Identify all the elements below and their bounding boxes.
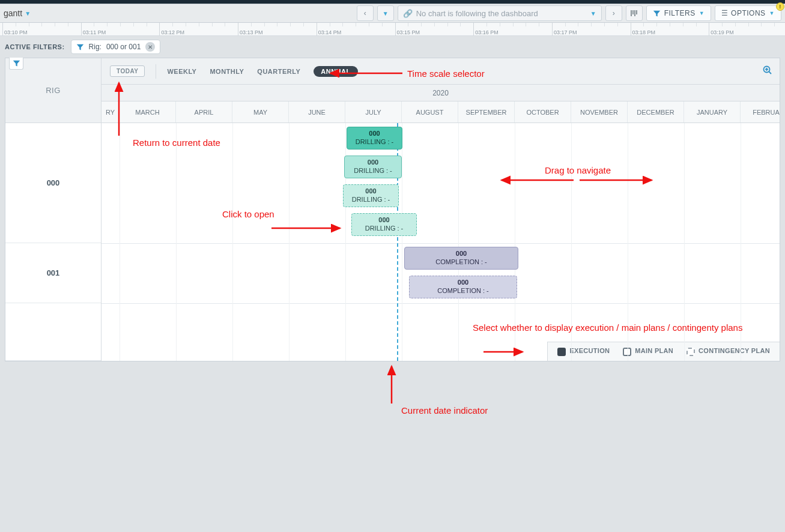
month-col: MARCH (120, 101, 176, 122)
ruler-tick: 03:11 PM (81, 23, 106, 35)
timescale-option-annual[interactable]: ANNUAL (314, 66, 357, 77)
filter-chip[interactable]: Rig: 000 or 001 ✕ (71, 40, 161, 54)
month-col: SEPTEMBER (458, 101, 515, 122)
ruler-tick: 03:10 PM (2, 23, 28, 35)
nav-next-button[interactable]: › (605, 5, 622, 21)
ruler-tick: 03:12 PM (159, 23, 184, 35)
gantt-chart-area[interactable]: TODAY WEEKLYMONTHLYQUARTERLYANNUAL 2020 … (102, 58, 780, 361)
filter-icon (653, 10, 661, 17)
month-col: JUNE (289, 101, 345, 122)
caret-down-icon: ▼ (699, 10, 705, 16)
menu-icon: ☰ (721, 9, 727, 17)
gantt-task[interactable]: 000COMPLETION : - (404, 247, 518, 270)
gantt-container: RIG 000 001 TODAY WEEKLYMONTHLYQUARTERLY… (5, 58, 780, 361)
year-header: 2020 (102, 85, 780, 101)
gantt-body[interactable]: EXECUTION MAIN PLAN CONTINGENCY PLAN 000… (102, 123, 780, 361)
month-col: NOVEMBER (571, 101, 628, 122)
ruler-tick: 03:13 PM (238, 23, 263, 35)
month-col: RY (102, 101, 120, 122)
legend-execution[interactable]: EXECUTION (557, 347, 610, 355)
gantt-task[interactable]: 000COMPLETION : - (409, 276, 517, 298)
caret-down-icon: ▼ (25, 10, 31, 17)
rig-row-label: 001 (5, 243, 101, 303)
zoom-in-icon[interactable] (763, 65, 772, 77)
barcode-icon (630, 9, 638, 17)
legend-contingency-plan[interactable]: CONTINGENCY PLAN (686, 347, 770, 355)
side-column-title: RIG (46, 86, 61, 95)
filter-icon (76, 43, 84, 51)
filter-chip-prefix: Rig: (89, 43, 102, 51)
gantt-task[interactable]: 000DRILLING : - (343, 184, 399, 207)
ruler-tick: 03:18 PM (631, 23, 656, 35)
today-button[interactable]: TODAY (110, 65, 145, 77)
month-col: JULY (345, 101, 402, 122)
timescale-option-weekly[interactable]: WEEKLY (167, 68, 196, 75)
columns-icon-button[interactable] (626, 5, 643, 21)
rig-row-empty (5, 303, 101, 361)
month-col: FEBRUAR (741, 101, 780, 122)
ruler-tick: 03:19 PM (709, 23, 734, 35)
month-col: DECEMBER (628, 101, 684, 122)
active-filters-row: ACTIVE FILTERS: Rig: 000 or 001 ✕ (0, 36, 785, 58)
filters-button-label: FILTERS (664, 9, 696, 17)
legend-main-plan[interactable]: MAIN PLAN (623, 347, 673, 355)
anno-current-date: Current date indicator (401, 405, 488, 416)
month-col: OCTOBER (515, 101, 571, 122)
time-ruler[interactable]: 03:10 PM03:11 PM03:12 PM03:13 PM03:14 PM… (0, 23, 785, 36)
page-title: gantt (4, 8, 22, 18)
nav-dropdown-button[interactable]: ▼ (377, 5, 394, 21)
link-icon: 🔗 (403, 9, 413, 18)
month-col: MAY (232, 101, 289, 122)
timescale-option-quarterly[interactable]: QUARTERLY (257, 68, 300, 75)
month-col: AUGUST (402, 101, 458, 122)
ruler-tick: 03:16 PM (473, 23, 499, 35)
svg-line-5 (769, 71, 771, 74)
gantt-task[interactable]: 000DRILLING : - (344, 156, 402, 178)
ruler-tick: 03:15 PM (395, 23, 420, 35)
month-header: RYMARCHAPRILMAYJUNEJULYAUGUSTSEPTEMBEROC… (102, 101, 780, 123)
timescale-option-monthly[interactable]: MONTHLY (210, 68, 244, 75)
plan-legend: EXECUTION MAIN PLAN CONTINGENCY PLAN (547, 342, 780, 361)
following-chart-placeholder: No chart is following the dashboard (416, 9, 538, 18)
gantt-task[interactable]: 000DRILLING : - (351, 213, 417, 236)
gantt-task[interactable]: 000DRILLING : - (347, 127, 402, 150)
warning-badge: ! (776, 2, 784, 11)
side-column-header: RIG (5, 58, 101, 123)
options-button-label: OPTIONS (731, 9, 766, 17)
page-title-dropdown[interactable]: gantt ▼ (4, 8, 31, 18)
ruler-tick: 03:14 PM (317, 23, 342, 35)
caret-down-icon: ▼ (590, 10, 596, 17)
caret-down-icon: ▼ (769, 10, 775, 16)
month-col: APRIL (176, 101, 232, 122)
remove-filter-button[interactable]: ✕ (145, 42, 155, 52)
timescale-toolbar: TODAY WEEKLYMONTHLYQUARTERLYANNUAL (102, 58, 780, 85)
options-button[interactable]: ☰ OPTIONS ▼ ! (715, 5, 781, 21)
rig-row-label: 000 (5, 123, 101, 243)
active-filters-label: ACTIVE FILTERS: (5, 43, 65, 50)
month-col: JANUARY (684, 101, 741, 122)
ruler-tick: 03:17 PM (552, 23, 577, 35)
side-filter-tab[interactable] (9, 58, 23, 70)
following-chart-field[interactable]: 🔗 No chart is following the dashboard ▼ (398, 5, 602, 21)
filter-chip-value: 000 or 001 (106, 43, 141, 51)
gantt-side-column: RIG 000 001 (5, 58, 102, 361)
top-bar: gantt ▼ ‹ ▼ 🔗 No chart is following the … (0, 4, 785, 23)
filters-button[interactable]: FILTERS ▼ (646, 5, 711, 21)
nav-prev-button[interactable]: ‹ (357, 5, 374, 21)
